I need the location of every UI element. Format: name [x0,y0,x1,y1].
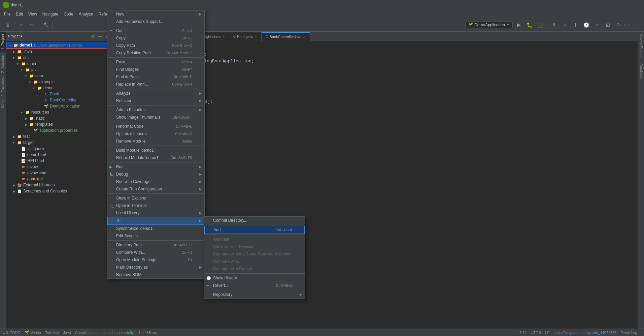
ctx-debug[interactable]: 🐛 Debug [107,171,204,178]
tree-item-iml[interactable]: 📄 demo1.iml [6,152,112,158]
tree-item-gitignore[interactable]: 📄 .gitignore [6,146,112,152]
ctx-run-coverage[interactable]: Run with Coverage [107,178,204,185]
sidebar-settings-btn[interactable]: ⚙ [90,34,96,39]
tree-item-mvnwcmd[interactable]: m mvnw.cmd [6,170,112,176]
tree-item-src[interactable]: ▾ 📁 src [6,55,112,61]
tree-item-scratches[interactable]: ▶ 📋 Scratches and Consoles [6,188,112,194]
tree-item-templates[interactable]: ▶ 📁 templates [6,121,112,127]
maven-tab[interactable]: Maven Projects [638,32,644,61]
menu-code[interactable]: Code [61,11,76,17]
tree-item-resources[interactable]: ▾ 📁 resources [6,109,112,115]
git-update-btn[interactable]: ⬇ [549,20,559,30]
ctx-show-explorer[interactable]: Show in Explorer [107,194,204,202]
git-revert-btn[interactable]: ↩ [592,20,602,30]
ctx-synchronize[interactable]: Synchronize 'demo1' [107,225,204,232]
menu-view[interactable]: View [26,11,40,17]
tree-item-mvnw[interactable]: m mvnw [6,164,112,170]
ctx-edit-scopes[interactable]: Edit Scopes... [107,232,204,240]
tree-item-main[interactable]: ▾ 📁 main [6,61,112,67]
ctx-cut[interactable]: ✂ Cut Ctrl+X [107,27,204,34]
ctx-optimize-imports[interactable]: Optimize Imports Ctrl+Alt+O [107,130,204,138]
tree-item-demoapplication[interactable]: 🌱 DemoApplication [6,103,112,109]
tree-item-static[interactable]: ▶ 📁 static [6,115,112,121]
ctx-directory-path[interactable]: Directory Path Ctrl+Alt+F12 [107,241,204,249]
ctx-rebuild-module[interactable]: Rebuild Module 'demo1' Ctrl+Shift+F9 [107,154,204,161]
project-structure-btn[interactable]: ⊞ [3,20,12,30]
ctx-add-framework[interactable]: Add Framework Support... [107,18,204,25]
favorites-panel-tab[interactable]: 2: Favorites [0,75,6,98]
ctx-reformat[interactable]: Reformat Code Ctrl+Alt+L [107,123,204,130]
ctx-copy-relative[interactable]: Copy Relative Path Ctrl+Alt+Shift+C [107,49,204,57]
tree-item-demo1[interactable]: ▾ 📁 demo1 D:\Java\Spring\demo1\demo1 [6,42,112,49]
tree-item-com[interactable]: ▾ 📁 com [6,73,112,79]
todo-btn[interactable]: ≡ 6: TODO [3,331,21,335]
tree-item-target[interactable]: ▾ 📁 target [6,140,112,146]
redo-btn[interactable]: ↪ [27,20,37,30]
tree-item-mvn[interactable]: ▶ 📁 .mvn [6,49,112,55]
ctx-copy[interactable]: Copy Ctrl+C [107,34,204,42]
sidebar-minimize-btn[interactable]: — [97,34,103,39]
git-history-btn[interactable]: 🕐 [582,20,591,30]
ctx-new[interactable]: New [107,10,204,18]
close-tab-book[interactable]: ✕ [255,35,257,38]
ctx-build-module[interactable]: Build Module 'demo1' [107,147,204,154]
menu-edit[interactable]: Edit [13,11,26,17]
run-config-selector[interactable]: 🌱 DemoApplication ▼ [465,22,513,28]
ctx-refactor[interactable]: Refactor [107,97,204,104]
run-btn[interactable]: ▶ [514,20,523,30]
terminal-btn[interactable]: Terminal [45,331,59,335]
git-show-history[interactable]: 🕐 Show History [204,274,305,282]
tab-bookcontroller[interactable]: C BookController.java ✕ [262,32,310,41]
tree-item-appprops[interactable]: 🌱 application.properties [6,127,112,133]
ctx-run[interactable]: ▶ Run [107,163,204,171]
close-tab-bookcontroller[interactable]: ✕ [303,35,306,39]
menu-file[interactable]: File [1,11,13,17]
git-push-btn[interactable]: ⬆ [571,20,580,30]
tree-item-example[interactable]: ▾ 📁 example [6,79,112,85]
ctx-add-favorites[interactable]: Add to Favorites [107,106,204,114]
ctx-open-terminal[interactable]: >_ Open in Terminal [107,202,204,209]
event-log-btn[interactable]: Event Log [620,331,637,335]
ctx-git[interactable]: Git Commit Directory... + Add Ctrl+Alt+A… [107,217,204,225]
ctx-create-run-config[interactable]: Create Run Configuration [107,185,204,193]
menu-analyze[interactable]: Analyze [76,11,96,17]
menu-navigate[interactable]: Navigate [40,11,61,17]
tree-item-help[interactable]: 📝 HELP.md [6,158,112,164]
ctx-replace-in-path[interactable]: Replace in Path... Ctrl+Shift+R [107,81,204,88]
tab-book[interactable]: C Book.java ✕ [229,32,262,41]
project-panel-tab[interactable]: 1: Project [0,32,6,52]
git-add[interactable]: + Add Ctrl+Alt+A [204,226,305,234]
git-repository[interactable]: Repository [204,291,305,298]
tree-item-external[interactable]: ▶ 📚 External Libraries [6,182,112,188]
undo-btn[interactable]: ↩ [16,20,26,30]
git-branch-btn[interactable]: ⬕ [603,20,613,30]
tree-item-test[interactable]: ▶ 📁 test [6,133,112,140]
ctx-remove-bom[interactable]: Remove BOM [107,271,204,278]
ctx-remove-module[interactable]: Remove Module Delete [107,138,204,145]
spring-btn[interactable]: 🌱 Spring [25,330,41,335]
ctx-analyze[interactable]: Analyze [107,90,204,97]
ctx-copy-path[interactable]: Copy Path Ctrl+Shift+C [107,42,204,49]
ctx-find-usages[interactable]: Find Usages Alt+F7 [107,66,204,73]
ctx-find-in-path[interactable]: Find in Path... Ctrl+Shift+F [107,73,204,81]
tree-item-java-folder[interactable]: ▾ 📁 java [6,67,112,73]
blog-link[interactable]: https://blog.csdn.net/weixin_44072535 [553,331,616,335]
database-tab[interactable]: Database [638,61,644,81]
tree-item-bookcontroller[interactable]: C BookController [6,97,112,103]
tree-item-pom[interactable]: m pom.xml [6,176,112,182]
ctx-paste[interactable]: Paste Ctrl+V [107,58,204,66]
ctx-show-thumbnails[interactable]: Show Image Thumbnails Ctrl+Shift+T [107,114,204,121]
ctx-open-module-settings[interactable]: Open Module Settings F4 [107,256,204,264]
build-btn[interactable]: 🔨 [41,20,50,30]
git-commit-dir[interactable]: Commit Directory... [204,217,305,224]
ctx-mark-directory[interactable]: Mark Directory as [107,264,204,271]
structure-panel-tab[interactable]: Z: Structure [0,52,6,75]
run-coverage-btn[interactable]: ⬛ [536,20,545,30]
tree-item-demo[interactable]: ▾ 📁 demo [6,85,112,91]
more-btn[interactable]: ⋯ [632,20,641,30]
tree-item-book[interactable]: C Book [6,91,112,97]
web-panel-tab[interactable]: Web [0,98,6,110]
debug-btn[interactable]: 🐛 [525,20,534,30]
ctx-compare-with[interactable]: Compare With... Ctrl+D [107,249,204,256]
git-commit-btn[interactable]: ✓ [560,20,570,30]
